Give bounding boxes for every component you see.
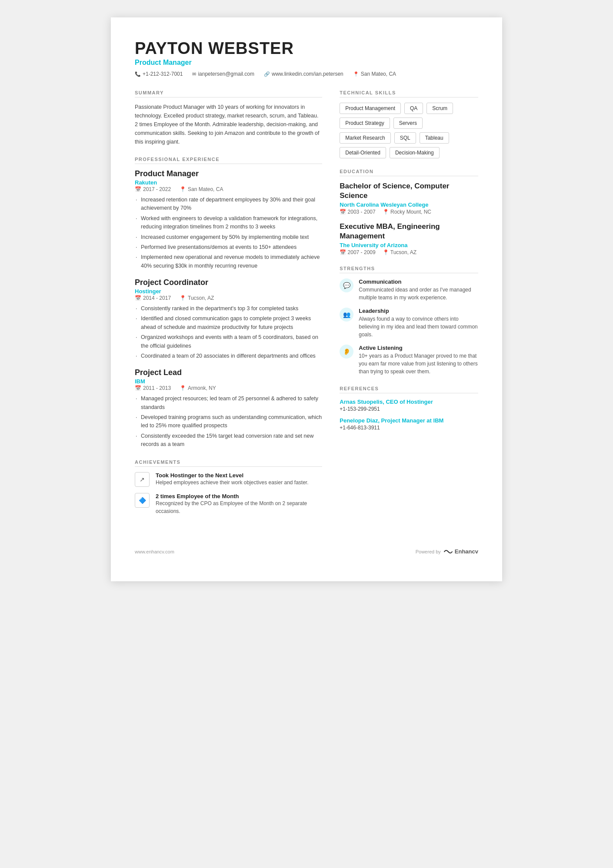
strength-1: 💬 Communication Communicated ideas and o… bbox=[340, 278, 478, 302]
right-column: TECHNICAL SKILLS Product Management QA S… bbox=[340, 90, 478, 526]
skills-section: TECHNICAL SKILLS Product Management QA S… bbox=[340, 90, 478, 158]
edu-pin-icon-1: 📍 bbox=[383, 209, 389, 215]
email-icon: ✉ bbox=[192, 71, 196, 77]
strength-name-3: Active Listening bbox=[359, 345, 478, 351]
experience-section: PROFESSIONAL EXPERIENCE Product Manager … bbox=[135, 157, 322, 449]
strength-3: 👂 Active Listening 10+ years as a Produc… bbox=[340, 345, 478, 375]
linkedin-icon: 🔗 bbox=[264, 71, 270, 77]
resume-page: PAYTON WEBSTER Product Manager 📞 +1-212-… bbox=[111, 17, 502, 581]
bullet-1-1: Increased retention rate of department e… bbox=[135, 196, 322, 213]
location-contact: 📍 San Mateo, CA bbox=[353, 71, 396, 77]
references-section: REFERENCES Arnas Stuopelis, CEO of Hosti… bbox=[340, 386, 478, 431]
strength-icon-1: 💬 bbox=[340, 278, 353, 292]
pin-icon-1: 📍 bbox=[180, 186, 186, 192]
achievement-desc-1: Helped employees achieve their work obje… bbox=[156, 479, 309, 486]
strength-icon-3: 👂 bbox=[340, 345, 353, 359]
job-company-2: Hostinger bbox=[135, 288, 322, 295]
skills-row-1: Product Management QA Scrum bbox=[340, 103, 478, 114]
calendar-icon-3: 📅 bbox=[135, 385, 141, 391]
skill-3: Scrum bbox=[426, 103, 453, 114]
achievement-title-1: Took Hostinger to the Next Level bbox=[156, 472, 309, 479]
skill-9: Detail-Oriented bbox=[340, 147, 386, 158]
job-block-1: Product Manager Rakuten 📅 2017 - 2022 📍 … bbox=[135, 169, 322, 270]
achievement-desc-2: Recognized by the CPO as Employee of the… bbox=[156, 499, 322, 515]
main-layout: SUMMARY Passionate Product Manager with … bbox=[135, 90, 478, 526]
job-title-1: Product Manager bbox=[135, 169, 322, 178]
summary-text: Passionate Product Manager with 10 years… bbox=[135, 103, 322, 146]
edu-2: Executive MBA, Engineering Management Th… bbox=[340, 222, 478, 255]
location-text: San Mateo, CA bbox=[361, 71, 396, 77]
job-bullets-2: Consistently ranked in the department's … bbox=[135, 305, 322, 360]
calendar-icon-2: 📅 bbox=[135, 295, 141, 301]
job-company-3: IBM bbox=[135, 378, 322, 385]
ref-phone-1: +1-153-299-2951 bbox=[340, 406, 478, 412]
education-section: EDUCATION Bachelor of Science, Computer … bbox=[340, 169, 478, 255]
strengths-title: STRENGTHS bbox=[340, 266, 478, 273]
strength-icon-2: 👥 bbox=[340, 308, 353, 322]
bullet-1-3: Increased customer engagement by 50% by … bbox=[135, 233, 322, 241]
strength-name-2: Leadership bbox=[359, 308, 478, 314]
edu-dates-1: 📅 2003 - 2007 bbox=[340, 209, 375, 215]
bullet-3-2: Developed training programs such as unde… bbox=[135, 413, 322, 430]
ref-name-1: Arnas Stuopelis, CEO of Hostinger bbox=[340, 399, 478, 405]
footer: www.enhancv.com Powered by Enhancv bbox=[135, 543, 478, 555]
achievement-2: 🔷 2 times Employee of the Month Recogniz… bbox=[135, 493, 322, 515]
skill-2: QA bbox=[404, 103, 423, 114]
achievements-section: ACHIEVEMENTS ↗ Took Hostinger to the Nex… bbox=[135, 459, 322, 515]
ref-phone-2: +1-646-813-3911 bbox=[340, 425, 478, 431]
skills-row-2: Product Strategy Servers bbox=[340, 117, 478, 129]
footer-website: www.enhancv.com bbox=[135, 549, 174, 554]
linkedin-contact: 🔗 www.linkedin.com/ian.petersen bbox=[264, 71, 343, 77]
strength-desc-2: Always found a way to convince others in… bbox=[359, 315, 478, 338]
bullet-2-2: Identified and closed communication gaps… bbox=[135, 315, 322, 332]
job-location-3: 📍 Armonk, NY bbox=[180, 385, 216, 391]
strength-desc-3: 10+ years as a Product Manager proved to… bbox=[359, 352, 478, 375]
experience-title: PROFESSIONAL EXPERIENCE bbox=[135, 157, 322, 164]
left-column: SUMMARY Passionate Product Manager with … bbox=[135, 90, 322, 526]
edu-school-1: North Carolina Wesleyan College bbox=[340, 201, 478, 208]
enhancv-brand-name: Enhancv bbox=[455, 548, 478, 555]
header: PAYTON WEBSTER Product Manager 📞 +1-212-… bbox=[135, 39, 478, 77]
edu-meta-1: 📅 2003 - 2007 📍 Rocky Mount, NC bbox=[340, 209, 478, 215]
achievement-title-2: 2 times Employee of the Month bbox=[156, 493, 322, 499]
skills-grid: Product Management QA Scrum Product Stra… bbox=[340, 103, 478, 158]
candidate-name: PAYTON WEBSTER bbox=[135, 39, 478, 58]
bullet-2-3: Organized workshops and events with a te… bbox=[135, 333, 322, 350]
linkedin-url: www.linkedin.com/ian.petersen bbox=[272, 71, 343, 77]
job-dates-3: 📅 2011 - 2013 bbox=[135, 385, 171, 391]
job-block-3: Project Lead IBM 📅 2011 - 2013 📍 Armonk,… bbox=[135, 368, 322, 449]
education-title: EDUCATION bbox=[340, 169, 478, 176]
edu-pin-icon-2: 📍 bbox=[383, 249, 389, 255]
edu-1: Bachelor of Science, Computer Science No… bbox=[340, 181, 478, 215]
skill-1: Product Management bbox=[340, 103, 401, 114]
skill-8: Tableau bbox=[420, 132, 449, 144]
achievements-title: ACHIEVEMENTS bbox=[135, 459, 322, 467]
job-dates-1: 📅 2017 - 2022 bbox=[135, 186, 171, 192]
job-meta-3: 📅 2011 - 2013 📍 Armonk, NY bbox=[135, 385, 322, 391]
strength-2: 👥 Leadership Always found a way to convi… bbox=[340, 308, 478, 338]
email-contact: ✉ ianpetersen@gmail.com bbox=[192, 71, 254, 77]
pin-icon-3: 📍 bbox=[180, 385, 186, 391]
candidate-title: Product Manager bbox=[135, 59, 478, 67]
location-icon: 📍 bbox=[353, 71, 359, 77]
phone-icon: 📞 bbox=[135, 71, 141, 77]
references-title: REFERENCES bbox=[340, 386, 478, 393]
footer-right: Powered by Enhancv bbox=[416, 548, 478, 555]
achievement-icon-2: 🔷 bbox=[135, 493, 150, 508]
job-title-2: Project Coordinator bbox=[135, 278, 322, 287]
job-meta-1: 📅 2017 - 2022 📍 San Mateo, CA bbox=[135, 186, 322, 192]
job-meta-2: 📅 2014 - 2017 📍 Tucson, AZ bbox=[135, 295, 322, 301]
job-dates-2: 📅 2014 - 2017 bbox=[135, 295, 171, 301]
phone-contact: 📞 +1-212-312-7001 bbox=[135, 71, 183, 77]
skill-4: Product Strategy bbox=[340, 117, 390, 129]
skills-row-3: Market Research SQL Tableau bbox=[340, 132, 478, 144]
ref-2: Penelope Diaz, Project Manager at IBM +1… bbox=[340, 417, 478, 431]
job-bullets-3: Managed project resources; led team of 2… bbox=[135, 395, 322, 449]
enhancv-logo: Enhancv bbox=[443, 548, 478, 555]
edu-school-2: The University of Arizona bbox=[340, 242, 478, 248]
pin-icon-2: 📍 bbox=[180, 295, 186, 301]
contact-line: 📞 +1-212-312-7001 ✉ ianpetersen@gmail.co… bbox=[135, 71, 478, 77]
edu-dates-2: 📅 2007 - 2009 bbox=[340, 249, 375, 255]
job-title-3: Project Lead bbox=[135, 368, 322, 377]
edu-location-1: 📍 Rocky Mount, NC bbox=[383, 209, 431, 215]
